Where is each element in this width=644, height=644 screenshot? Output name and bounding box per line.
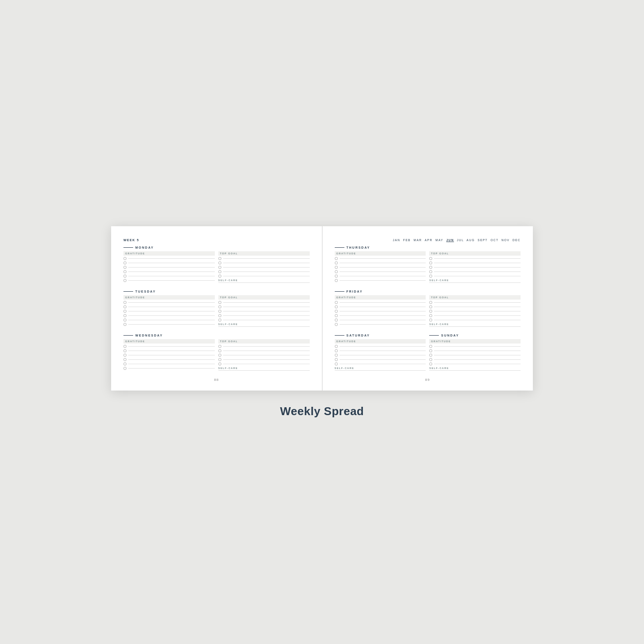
circle-icon (218, 305, 221, 308)
row-line (434, 302, 521, 303)
row-line (340, 351, 426, 351)
list-item (123, 275, 215, 278)
selfcare-line (429, 282, 521, 283)
circle-icon (218, 314, 221, 317)
book-spread: WEEK 5 MONDAY GRATITUDE TOP GOAL (111, 226, 533, 391)
list-item (123, 323, 215, 326)
list-item (218, 318, 310, 322)
list-item (123, 318, 215, 322)
list-item (123, 270, 215, 273)
circle-icon (429, 270, 432, 273)
circle-icon (123, 314, 127, 317)
circle-icon (429, 310, 432, 313)
row-line (223, 258, 310, 259)
row-line (223, 320, 310, 320)
circle-icon (429, 266, 432, 269)
saturday-label: SATURDAY (347, 334, 370, 337)
circle-icon (429, 275, 432, 278)
list-item (218, 358, 310, 361)
day-line (123, 335, 133, 336)
row-line (340, 346, 426, 347)
day-line (123, 291, 133, 292)
row-line (434, 355, 521, 355)
list-item (335, 354, 426, 357)
list-item (123, 305, 215, 308)
tuesday-topgoal-col: TOP GOAL SELF-CARE (218, 295, 310, 328)
sunday-label: SUNDAY (441, 334, 459, 337)
list-item (123, 349, 215, 352)
sunday-header: SUNDAY (429, 334, 521, 337)
list-item (429, 310, 521, 313)
row-line (340, 315, 426, 316)
saturday-col: SATURDAY GRATITUDE SELF-CARE (335, 334, 426, 372)
list-item (335, 310, 426, 313)
row-line (128, 280, 215, 281)
list-item (218, 261, 310, 264)
list-item (123, 266, 215, 269)
circle-icon (123, 345, 127, 348)
circle-icon (123, 305, 127, 308)
list-item (429, 314, 521, 317)
wednesday-label: WEDNESDAY (135, 334, 163, 337)
row-line (128, 302, 215, 303)
circle-icon (218, 257, 221, 260)
day-line (335, 247, 344, 248)
row-line (128, 346, 215, 347)
list-item (218, 345, 310, 348)
list-item (123, 279, 215, 282)
thursday-selfcare-label: SELF-CARE (429, 279, 521, 282)
row-line (340, 320, 426, 320)
monday-topgoal-col: TOP GOAL SELF-CARE (218, 251, 310, 284)
tuesday-selfcare-label: SELF-CARE (218, 323, 310, 326)
list-item (429, 345, 521, 348)
row-line (434, 364, 521, 364)
month-nav: JAN FEB MAR APR MAY JUN JUL AUG SEPT OCT… (335, 239, 521, 242)
circle-icon (335, 270, 338, 273)
circle-icon (429, 354, 432, 357)
circle-icon (429, 345, 432, 348)
row-line (340, 307, 426, 307)
list-item (123, 257, 215, 260)
tuesday-grid: GRATITUDE TOP GOAL SELF-CARE (123, 295, 310, 328)
thursday-topgoal-label: TOP GOAL (429, 251, 521, 256)
row-line (434, 320, 521, 320)
sat-sun-section: SATURDAY GRATITUDE SELF-CARE SUNDAY (335, 334, 521, 372)
row-line (434, 351, 521, 351)
friday-topgoal-col: TOP GOAL SELF-CARE (429, 295, 521, 328)
row-line (128, 351, 215, 351)
row-line (128, 267, 215, 268)
list-item (335, 349, 426, 352)
row-line (128, 311, 215, 311)
list-item (335, 362, 426, 365)
tuesday-gratitude-col: GRATITUDE (123, 295, 215, 328)
list-item (218, 275, 310, 278)
thursday-topgoal-col: TOP GOAL SELF-CARE (429, 251, 521, 284)
tuesday-section: TUESDAY GRATITUDE TOP GOAL (123, 290, 310, 328)
sunday-selfcare-label: SELF-CARE (429, 367, 521, 369)
circle-icon (335, 279, 338, 282)
list-item (123, 345, 215, 348)
circle-icon (429, 261, 432, 264)
row-line (223, 364, 310, 364)
wednesday-section: WEDNESDAY GRATITUDE TOP GOAL (123, 334, 310, 372)
list-item (335, 279, 426, 282)
circle-icon (123, 354, 127, 357)
row-line (128, 359, 215, 360)
selfcare-line (218, 326, 310, 327)
day-line (429, 335, 439, 336)
day-line (335, 291, 344, 292)
bottom-label: Weekly Spread (280, 405, 364, 418)
list-item (335, 305, 426, 308)
list-item (429, 275, 521, 278)
list-item (335, 270, 426, 273)
row-line (340, 263, 426, 263)
list-item (429, 257, 521, 260)
circle-icon (335, 310, 338, 313)
list-item (218, 305, 310, 308)
wednesday-selfcare-label: SELF-CARE (218, 367, 310, 369)
wednesday-header: WEDNESDAY (123, 334, 310, 337)
month-jan: JAN (393, 239, 400, 242)
monday-label: MONDAY (135, 246, 154, 249)
sunday-gratitude-label: GRATITUDE (429, 339, 521, 344)
list-item (429, 362, 521, 365)
